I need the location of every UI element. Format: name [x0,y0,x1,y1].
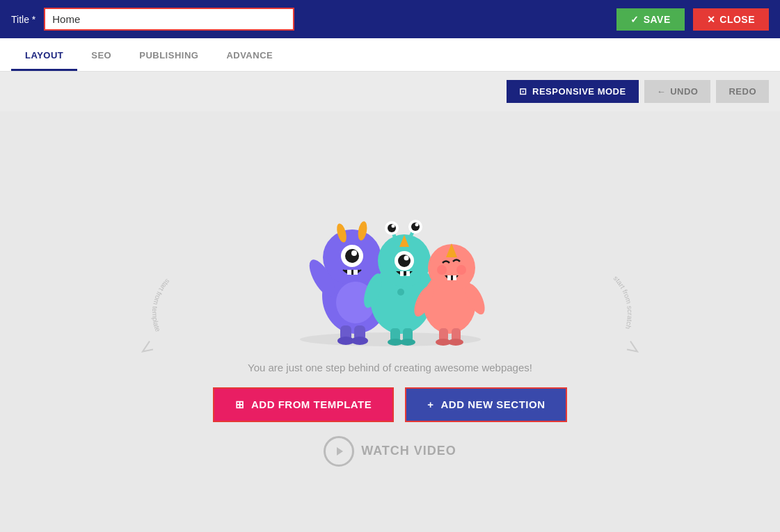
title-input[interactable] [44,8,294,31]
main-content: start from template start from scratch [0,111,780,532]
watch-video-button[interactable]: WATCH VIDEO [324,436,456,467]
tab-layout[interactable]: LAYOUT [11,42,77,71]
template-icon: ⊞ [235,398,245,411]
svg-point-54 [397,289,404,296]
title-label: Title * [11,14,35,25]
responsive-mode-button[interactable]: ⊡ RESPONSIVE MODE [507,80,639,103]
svg-text:start from template: start from template [151,277,172,333]
curved-right-area: start from scratch [599,272,669,358]
svg-rect-34 [406,271,410,276]
curved-left-area: start from template [111,272,181,358]
svg-rect-47 [453,275,456,280]
undo-icon: ← [657,86,667,97]
svg-point-51 [448,339,463,346]
undo-button[interactable]: ← UNDO [644,80,711,103]
action-buttons: ⊞ ADD FROM TEMPLATE + ADD NEW SECTION [213,387,568,422]
svg-rect-33 [400,271,404,276]
svg-point-9 [351,250,357,256]
add-section-label: ADD NEW SECTION [440,398,545,410]
header: Title * ✓ SAVE ✕ CLOSE [0,0,780,38]
check-icon: ✓ [630,14,639,25]
tagline: You are just one step behind of creating… [248,362,532,373]
svg-point-31 [404,255,408,260]
save-label: SAVE [644,14,671,25]
save-button[interactable]: ✓ SAVE [616,8,685,31]
curved-text-right: start from scratch [612,274,635,330]
svg-marker-55 [337,447,343,456]
play-circle-icon [324,436,354,467]
svg-point-24 [391,224,395,227]
add-from-template-button[interactable]: ⊞ ADD FROM TEMPLATE [213,387,395,422]
x-icon: ✕ [707,14,716,25]
svg-point-45 [456,265,466,275]
svg-point-28 [415,223,418,226]
curved-text-left: start from template [151,277,172,333]
responsive-icon: ⊡ [519,86,527,97]
redo-label: REDO [729,86,756,97]
monster-illustration [272,181,509,350]
tab-seo[interactable]: SEO [77,42,125,71]
toolbar: ⊡ RESPONSIVE MODE ← UNDO REDO [0,72,780,111]
close-label: CLOSE [719,14,755,25]
svg-point-8 [345,249,359,263]
svg-point-15 [351,337,368,345]
tabs-bar: LAYOUT SEO PUBLISHING ADVANCE [0,38,780,72]
add-new-section-button[interactable]: + ADD NEW SECTION [405,387,567,422]
plus-icon: + [427,398,433,410]
close-button[interactable]: ✕ CLOSE [693,8,769,31]
svg-point-30 [398,255,411,267]
redo-button[interactable]: REDO [716,80,769,103]
responsive-label: RESPONSIVE MODE [532,86,626,97]
add-template-label: ADD FROM TEMPLATE [251,398,372,410]
undo-label: UNDO [670,86,698,97]
tab-publishing[interactable]: PUBLISHING [125,42,212,71]
svg-rect-46 [447,275,451,280]
watch-video-label: WATCH VIDEO [361,444,456,458]
svg-text:start from scratch: start from scratch [612,274,635,330]
tab-advance[interactable]: ADVANCE [212,42,287,71]
svg-point-38 [400,339,415,346]
svg-rect-10 [347,270,351,275]
svg-rect-11 [353,270,358,275]
svg-point-44 [437,265,447,275]
